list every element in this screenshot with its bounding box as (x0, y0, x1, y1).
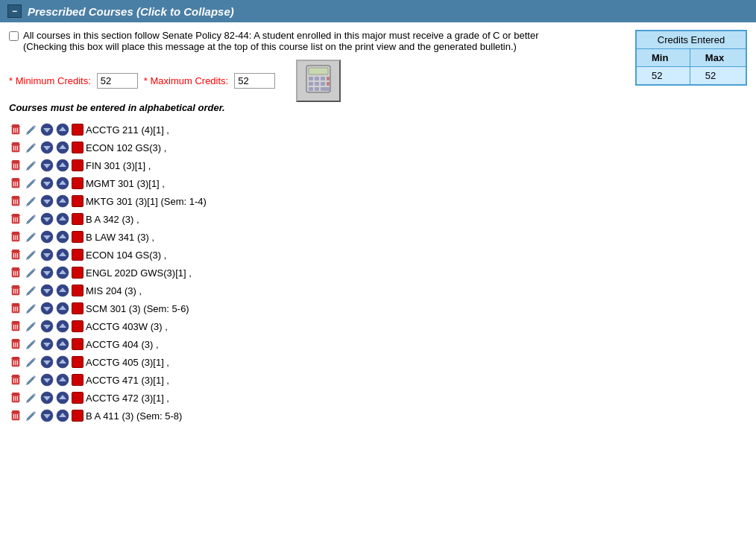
course-item: ACCTG 403W (3) , (9, 317, 747, 335)
move-down-button[interactable] (40, 194, 54, 208)
move-down-button[interactable] (40, 391, 54, 404)
edit-course-button[interactable] (25, 409, 38, 422)
svg-rect-33 (12, 160, 19, 162)
move-down-button[interactable] (40, 266, 54, 279)
delete-course-button[interactable] (9, 141, 22, 154)
move-down-button[interactable] (40, 409, 54, 422)
delete-course-button[interactable] (9, 302, 22, 315)
course-text: ECON 104 GS(3) , (86, 250, 166, 261)
move-up-button[interactable] (56, 212, 69, 226)
move-up-button[interactable] (56, 373, 69, 387)
edit-course-button[interactable] (25, 194, 38, 208)
svg-rect-43 (12, 178, 19, 180)
edit-course-button[interactable] (25, 355, 38, 369)
move-up-button[interactable] (56, 266, 69, 279)
min-credits-label: * Minimum Credits: (9, 75, 91, 86)
edit-course-button[interactable] (25, 320, 38, 333)
delete-course-button[interactable] (9, 212, 22, 226)
move-down-button[interactable] (40, 123, 54, 136)
delete-course-button[interactable] (9, 391, 22, 404)
edit-course-button[interactable] (25, 212, 38, 226)
max-credits-input[interactable] (234, 73, 275, 89)
course-item: B A 411 (3) (Sem: 5-8) (9, 407, 747, 425)
credits-min-max-row: * Minimum Credits: * Maximum Credits: (9, 60, 620, 102)
delete-course-button[interactable] (9, 248, 22, 261)
svg-rect-53 (12, 196, 19, 197)
delete-course-button[interactable] (9, 230, 22, 244)
top-section: All courses in this section follow Senat… (9, 30, 747, 121)
move-up-button[interactable] (56, 194, 69, 208)
course-marker-icon (72, 195, 84, 207)
move-down-button[interactable] (40, 337, 54, 351)
move-up-button[interactable] (56, 409, 69, 422)
course-text: ACCTG 471 (3)[1] , (86, 375, 169, 386)
edit-course-button[interactable] (25, 141, 38, 154)
delete-course-button[interactable] (9, 177, 22, 190)
move-up-button[interactable] (56, 141, 69, 154)
delete-course-button[interactable] (9, 284, 22, 297)
course-marker-icon (72, 374, 84, 386)
move-up-button[interactable] (56, 320, 69, 333)
move-up-button[interactable] (56, 391, 69, 404)
move-up-button[interactable] (56, 230, 69, 244)
credits-table-container: Credits Entered Min Max 52 52 (635, 30, 747, 86)
edit-course-button[interactable] (25, 284, 38, 297)
move-down-button[interactable] (40, 230, 54, 244)
edit-course-button[interactable] (25, 266, 38, 279)
delete-course-button[interactable] (9, 266, 22, 279)
calculator-button[interactable] (296, 60, 341, 102)
move-down-button[interactable] (40, 320, 54, 333)
move-up-button[interactable] (56, 159, 69, 172)
svg-rect-11 (315, 87, 319, 91)
move-up-button[interactable] (56, 177, 69, 190)
delete-course-button[interactable] (9, 355, 22, 369)
senate-policy-checkbox[interactable] (9, 31, 19, 41)
move-down-button[interactable] (40, 141, 54, 154)
move-up-button[interactable] (56, 123, 69, 136)
svg-rect-73 (12, 232, 19, 233)
course-marker-icon (72, 213, 84, 225)
edit-course-button[interactable] (25, 159, 38, 172)
delete-course-button[interactable] (9, 373, 22, 387)
course-marker-icon (72, 159, 84, 171)
edit-course-button[interactable] (25, 391, 38, 404)
edit-course-button[interactable] (25, 230, 38, 244)
delete-course-button[interactable] (9, 123, 22, 136)
move-up-button[interactable] (56, 284, 69, 297)
edit-course-button[interactable] (25, 373, 38, 387)
collapse-button[interactable]: − (7, 4, 22, 18)
edit-course-button[interactable] (25, 337, 38, 351)
move-down-button[interactable] (40, 302, 54, 315)
course-item: MIS 204 (3) , (9, 282, 747, 299)
delete-course-button[interactable] (9, 320, 22, 333)
edit-course-button[interactable] (25, 123, 38, 136)
move-down-button[interactable] (40, 373, 54, 387)
senate-policy: All courses in this section follow Senat… (9, 30, 620, 52)
move-down-button[interactable] (40, 177, 54, 190)
edit-course-button[interactable] (25, 177, 38, 190)
move-up-button[interactable] (56, 337, 69, 351)
course-item: FIN 301 (3)[1] , (9, 156, 747, 174)
course-marker-icon (72, 410, 84, 422)
delete-course-button[interactable] (9, 337, 22, 351)
move-up-button[interactable] (56, 302, 69, 315)
move-down-button[interactable] (40, 212, 54, 226)
section-title: Prescribed Courses (Click to Collapse) (28, 5, 234, 18)
move-up-button[interactable] (56, 355, 69, 369)
move-up-button[interactable] (56, 248, 69, 261)
move-down-button[interactable] (40, 159, 54, 172)
svg-rect-63 (12, 214, 19, 215)
delete-course-button[interactable] (9, 194, 22, 208)
move-down-button[interactable] (40, 355, 54, 369)
svg-rect-5 (327, 77, 330, 80)
min-credits-input[interactable] (97, 73, 138, 89)
move-down-button[interactable] (40, 284, 54, 297)
move-down-button[interactable] (40, 248, 54, 261)
delete-course-button[interactable] (9, 409, 22, 422)
course-text: ACCTG 404 (3) , (86, 339, 159, 350)
course-text: ACCTG 472 (3)[1] , (86, 393, 169, 404)
svg-rect-2 (309, 77, 313, 80)
edit-course-button[interactable] (25, 302, 38, 315)
delete-course-button[interactable] (9, 159, 22, 172)
edit-course-button[interactable] (25, 248, 38, 261)
